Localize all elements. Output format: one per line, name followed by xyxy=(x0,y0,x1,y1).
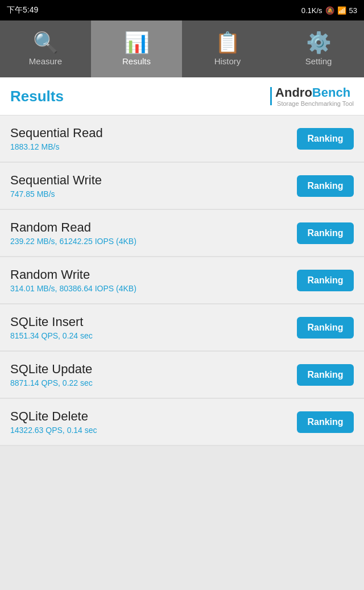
tab-results[interactable]: 📊 Results xyxy=(91,20,182,77)
wifi-icon: 📶 xyxy=(337,6,346,15)
logo-sub: Storage Benchmarking Tool xyxy=(277,100,354,107)
network-speed: 0.1K/s xyxy=(301,6,322,15)
benchmark-value: 14322.63 QPS, 0.14 sec xyxy=(10,426,297,435)
ranking-button[interactable]: Ranking xyxy=(297,411,354,433)
ranking-button[interactable]: Ranking xyxy=(297,270,354,291)
benchmark-info: Random Read239.22 MB/s, 61242.25 IOPS (4… xyxy=(10,220,297,246)
benchmark-row: SQLite Update8871.14 QPS, 0.22 secRankin… xyxy=(0,352,364,399)
benchmark-value: 747.85 MB/s xyxy=(10,189,297,199)
logo-bench: Bench xyxy=(312,85,350,100)
measure-icon: 🔍 xyxy=(33,32,59,53)
benchmark-info: SQLite Insert8151.34 QPS, 0.24 sec xyxy=(10,315,297,340)
logo-andro: Andro xyxy=(275,85,312,100)
ranking-button[interactable]: Ranking xyxy=(297,128,354,150)
benchmark-info: Sequential Read1883.12 MB/s xyxy=(10,126,297,151)
benchmark-name: SQLite Update xyxy=(10,362,297,377)
benchmark-name: Random Write xyxy=(10,267,297,282)
ranking-button[interactable]: Ranking xyxy=(297,222,354,244)
benchmark-info: SQLite Update8871.14 QPS, 0.22 sec xyxy=(10,362,297,387)
benchmark-value: 239.22 MB/s, 61242.25 IOPS (4KB) xyxy=(10,237,297,246)
setting-icon: ⚙️ xyxy=(306,32,332,53)
ranking-button[interactable]: Ranking xyxy=(297,317,354,339)
status-right: 0.1K/s 🔕 📶 53 xyxy=(301,6,357,15)
ranking-button[interactable]: Ranking xyxy=(297,364,354,386)
results-icon: 📊 xyxy=(124,32,150,53)
benchmark-value: 8151.34 QPS, 0.24 sec xyxy=(10,331,297,340)
benchmark-list: Sequential Read1883.12 MB/sRankingSequen… xyxy=(0,115,364,446)
ranking-button[interactable]: Ranking xyxy=(297,175,354,197)
logo-divider xyxy=(270,87,272,105)
benchmark-row: Sequential Read1883.12 MB/sRanking xyxy=(0,115,364,163)
tab-setting[interactable]: ⚙️ Setting xyxy=(273,20,364,77)
benchmark-info: Sequential Write747.85 MB/s xyxy=(10,173,297,199)
results-title: Results xyxy=(10,88,64,105)
results-header: Results Andro Bench Storage Benchmarking… xyxy=(0,77,364,115)
signal-icon: 🔕 xyxy=(325,6,334,15)
benchmark-row: Random Read239.22 MB/s, 61242.25 IOPS (4… xyxy=(0,210,364,257)
benchmark-row: Sequential Write747.85 MB/sRanking xyxy=(0,163,364,210)
benchmark-row: SQLite Insert8151.34 QPS, 0.24 secRankin… xyxy=(0,304,364,352)
tab-measure-label: Measure xyxy=(29,56,62,66)
benchmark-row: SQLite Delete14322.63 QPS, 0.14 secRanki… xyxy=(0,399,364,446)
tab-measure[interactable]: 🔍 Measure xyxy=(0,20,91,77)
nav-tabs: 🔍 Measure 📊 Results 📋 History ⚙️ Setting xyxy=(0,20,364,77)
benchmark-value: 314.01 MB/s, 80386.64 IOPS (4KB) xyxy=(10,284,297,293)
benchmark-name: Sequential Write xyxy=(10,173,297,188)
status-bar: 下午5:49 0.1K/s 🔕 📶 53 xyxy=(0,0,364,20)
androbench-logo: Andro Bench Storage Benchmarking Tool xyxy=(270,85,354,107)
benchmark-info: SQLite Delete14322.63 QPS, 0.14 sec xyxy=(10,409,297,435)
battery-container: 53 xyxy=(349,6,357,15)
benchmark-row: Random Write314.01 MB/s, 80386.64 IOPS (… xyxy=(0,257,364,304)
benchmark-info: Random Write314.01 MB/s, 80386.64 IOPS (… xyxy=(10,267,297,293)
logo-main: Andro Bench xyxy=(275,85,354,100)
benchmark-value: 8871.14 QPS, 0.22 sec xyxy=(10,378,297,387)
benchmark-name: SQLite Delete xyxy=(10,409,297,424)
tab-history[interactable]: 📋 History xyxy=(182,20,273,77)
benchmark-name: SQLite Insert xyxy=(10,315,297,329)
benchmark-name: Random Read xyxy=(10,220,297,235)
status-time: 下午5:49 xyxy=(7,5,38,15)
history-icon: 📋 xyxy=(215,32,241,53)
tab-history-label: History xyxy=(214,56,241,66)
benchmark-name: Sequential Read xyxy=(10,126,297,141)
benchmark-value: 1883.12 MB/s xyxy=(10,142,297,151)
tab-results-label: Results xyxy=(122,56,151,66)
tab-setting-label: Setting xyxy=(305,56,332,66)
battery-label: 53 xyxy=(349,6,357,15)
